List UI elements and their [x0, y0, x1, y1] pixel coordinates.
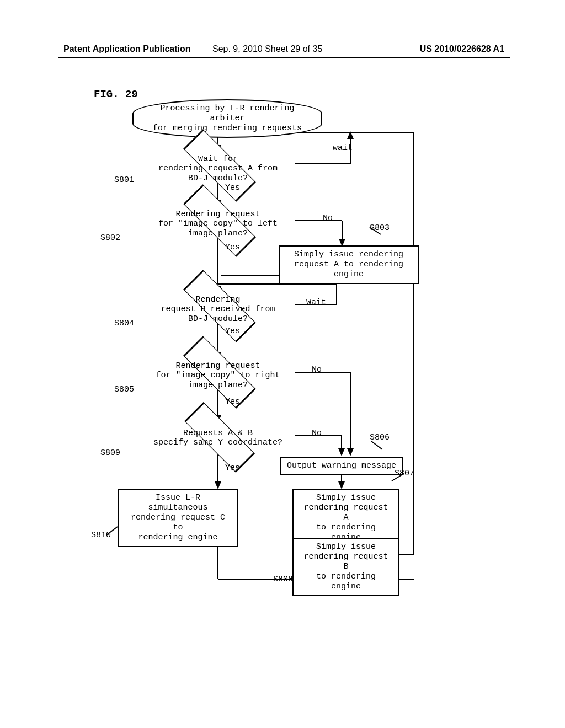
wait-label-2: Wait	[306, 298, 326, 307]
yes-s809: Yes	[225, 463, 240, 473]
step-s807: S807	[395, 469, 414, 478]
decision-s802	[183, 184, 256, 257]
page: Patent Application Publication Sep. 9, 2…	[0, 0, 565, 728]
step-s806: S806	[370, 433, 390, 442]
decision-s809	[184, 402, 255, 473]
header-center-text: Sep. 9, 2010 Sheet 29 of 35	[212, 44, 322, 54]
step-s801: S801	[114, 175, 134, 185]
process-s803: Simply issue rendering request A to rend…	[279, 245, 419, 284]
start-node: Processing by L-R rendering arbiter for …	[132, 99, 322, 138]
yes-s801: Yes	[225, 183, 240, 192]
decision-s804	[183, 270, 256, 342]
start-text-1: Processing by L-R rendering arbiter	[160, 104, 294, 123]
yes-s805: Yes	[225, 397, 240, 406]
process-s808: Simply issue rendering request B to rend…	[292, 538, 399, 596]
decision-s805	[183, 336, 256, 409]
no-s805: No	[312, 365, 322, 374]
step-s803: S803	[370, 223, 390, 233]
step-s804: S804	[114, 319, 134, 328]
yes-s802: Yes	[225, 243, 240, 252]
svg-line-28	[371, 441, 382, 449]
decision-s801	[183, 129, 256, 202]
step-s809: S809	[100, 448, 120, 458]
process-s806: Output warning message	[280, 457, 403, 475]
process-s810: Issue L-R simultaneous rendering request…	[118, 489, 238, 547]
start-text-2: for merging rendering requests	[153, 124, 302, 133]
wait-label-1: wait	[333, 143, 353, 153]
step-s810: S810	[91, 531, 111, 540]
step-s802: S802	[100, 233, 120, 243]
no-s809: No	[312, 429, 322, 438]
no-s802: No	[323, 213, 333, 223]
step-s805: S805	[114, 385, 134, 394]
header-right-text: US 2010/0226628 A1	[420, 44, 504, 54]
header-left-text: Patent Application Publication	[63, 44, 191, 54]
yes-s804: Yes	[225, 326, 240, 336]
header-rule	[58, 57, 510, 58]
step-s808: S808	[273, 575, 293, 584]
figure-label: FIG. 29	[94, 88, 138, 100]
